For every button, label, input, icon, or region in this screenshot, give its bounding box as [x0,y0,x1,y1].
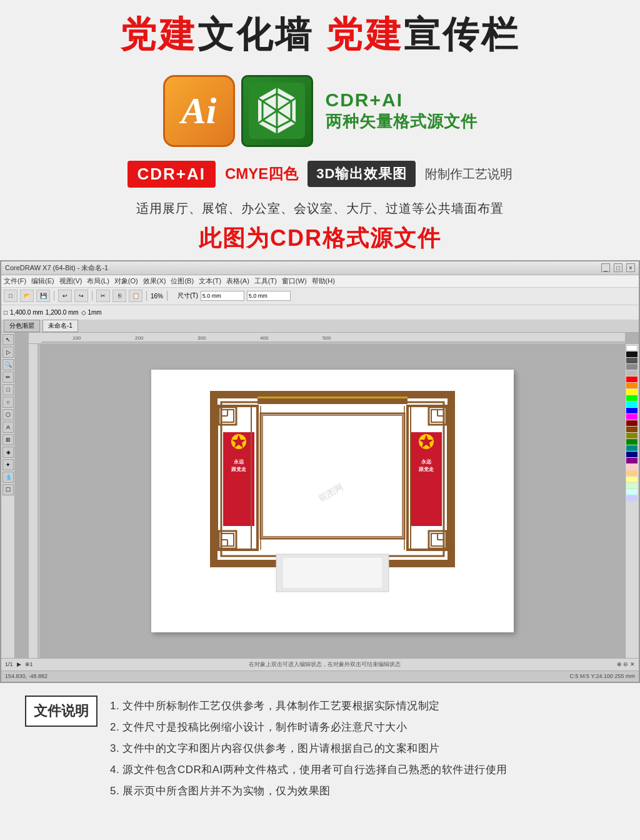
color-lemon[interactable] [626,477,638,482]
tool-ellipse[interactable]: ○ [2,397,14,408]
color-magenta[interactable] [626,414,638,420]
color-yellow[interactable] [626,389,638,395]
menu-help[interactable]: 帮助(H) [312,276,335,286]
tool-select[interactable]: ↖ [2,334,14,345]
color-red[interactable] [626,377,638,382]
menu-file[interactable]: 文件(F) [4,276,26,286]
title-black-1: 文化墙 [198,14,326,54]
color-white[interactable] [626,345,638,351]
menu-object[interactable]: 对象(O) [114,276,138,286]
tool-freehand[interactable]: ✏ [2,372,14,383]
toolbar-save[interactable]: 💾 [36,290,50,302]
svg-text:300: 300 [198,335,206,341]
color-dblue[interactable] [626,452,638,457]
color-dgreen[interactable] [626,439,638,445]
menu-window[interactable]: 窗口(W) [282,276,307,286]
canvas-white: .brown { fill: #8B5A2B; } .brown-stroke … [151,370,514,632]
color-blue[interactable] [626,408,638,413]
color-green[interactable] [626,395,638,401]
color-orange[interactable] [626,383,638,388]
color-lime[interactable] [626,483,638,488]
format-text: CDR+AI 两种矢量格式源文件 [326,89,478,133]
tag-cdr-ai: CDR+AI [128,161,216,188]
page-nav[interactable]: ▶ [17,661,21,667]
color-peach[interactable] [626,470,638,476]
toolbar-height-input[interactable] [247,291,291,301]
tags-row: CDR+AI CMYE四色 3D输出效果图 附制作工艺说明 [0,153,640,195]
tool-shape[interactable]: ▷ [2,347,14,358]
tool-fill[interactable]: ◈ [2,447,14,458]
cdr-title-text: CoreDRAW X7 (64-Bit) - 未命名-1 [5,263,598,273]
tool-zoom[interactable]: 🔍 [2,359,14,370]
color-lavender[interactable] [626,495,638,501]
tab-unnamed[interactable]: 未命名-1 [42,320,78,332]
menu-layout[interactable]: 布局(L) [87,276,109,286]
color-dyellow[interactable] [626,433,638,438]
toolbar-width-input[interactable] [201,291,244,301]
color-ice[interactable] [626,489,638,495]
toolbar-open[interactable]: 📂 [20,290,34,302]
win-minimize-btn[interactable]: _ [601,263,610,272]
color-dgray[interactable] [626,358,638,363]
tool-outline[interactable]: ☐ [2,484,14,495]
cdr-titlebar: CoreDRAW X7 (64-Bit) - 未命名-1 _ □ × [1,261,639,275]
toolbar-paste[interactable]: 📋 [129,290,142,302]
menu-view[interactable]: 视图(V) [59,276,82,286]
ruler-left-svg [29,344,39,658]
color-black[interactable] [626,352,638,357]
color-brown[interactable] [626,427,638,432]
svg-text:永远: 永远 [421,458,432,465]
note-item-1: 1. 文件中所标制作工艺仅供参考，具体制作工艺要根据实际情况制定 [110,696,615,717]
svg-rect-53 [282,557,382,589]
bottombar-center: 在对象上双击可进入编辑状态，在对象外双击可结束编辑状态 [249,660,401,669]
color-cyan[interactable] [626,402,638,407]
statusbar-coords: 154.830, -48.882 [5,673,48,679]
toolbar-sep-1 [54,291,54,301]
title-black-2: 宣传栏 [404,14,520,54]
tag-craft-note: 附制作工艺说明 [425,166,512,183]
cdr-toolbar: □ 📂 💾 ↩ ↪ ✂ ⎘ 📋 16% 尺寸(T) [1,288,639,305]
main-title: 党建文化墙 党建宣传栏 [0,13,640,56]
tool-parallel[interactable]: ⊞ [2,434,14,445]
page-add[interactable]: ⊕1 [25,661,33,667]
toolbar-copy[interactable]: ⎘ [112,290,126,302]
cdr-left-tools: ↖ ▷ 🔍 ✏ □ ○ ⬡ A ⊞ ◈ ✦ 💧 ☐ [1,333,15,658]
menu-tools[interactable]: 工具(T) [254,276,277,286]
tag-cmye: CMYE四色 [225,164,298,184]
toolbar-cut[interactable]: ✂ [96,290,110,302]
toolbar-undo[interactable]: ↩ [58,290,72,302]
tool-interactive[interactable]: ✦ [2,459,14,470]
menu-effect[interactable]: 效果(X) [143,276,166,286]
cdr-statusbar: 154.830, -48.882 C:5 M:5 Y:24.100 255 mm [1,670,639,682]
tab-layer[interactable]: 分色渐层 [4,320,40,332]
svg-rect-51 [258,397,408,398]
color-dpurple[interactable] [626,458,638,463]
tool-eyedrop[interactable]: 💧 [2,472,14,483]
menu-bitmap[interactable]: 位图(B) [171,276,194,286]
toolbar-size-label: 尺寸(T) [178,291,198,300]
menu-text[interactable]: 文本(T) [199,276,221,286]
file-note-badge: 文件说明 [25,696,98,727]
tool-polygon[interactable]: ⬡ [2,409,14,420]
color-lgray[interactable] [626,370,638,376]
color-gray[interactable] [626,364,638,370]
menu-edit[interactable]: 编辑(E) [31,276,54,286]
secondbar-diamond: ◇ 1mm [81,309,102,316]
tool-text[interactable]: A [2,422,14,433]
info-section: 文件说明 1. 文件中所标制作工艺仅供参考，具体制作工艺要根据实际情况制定 2.… [0,683,640,821]
party-wall-svg: .brown { fill: #8B5A2B; } .brown-stroke … [151,370,514,607]
color-dcyan[interactable] [626,445,638,451]
cdr-secondbar: □ 1,400.0 mm 1,200.0 mm ◇ 1mm [1,305,639,320]
toolbar-new[interactable]: □ [4,290,18,302]
color-lpink[interactable] [626,464,638,470]
ai-icon: Ai [163,75,235,147]
toolbar-zoom-label: 16% [151,293,163,300]
tool-rect[interactable]: □ [2,384,14,395]
win-maximize-btn[interactable]: □ [614,263,622,272]
svg-text:100: 100 [72,335,81,341]
toolbar-redo[interactable]: ↪ [74,290,88,302]
menu-table[interactable]: 表格(A) [226,276,249,286]
color-dred[interactable] [626,420,638,426]
win-close-btn[interactable]: × [626,263,635,272]
color-palette [625,344,639,658]
